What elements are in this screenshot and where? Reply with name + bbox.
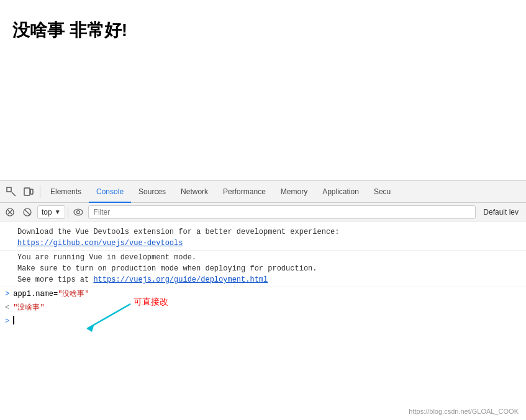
console-divider: [68, 207, 68, 218]
tab-application[interactable]: Application: [315, 181, 366, 203]
devtools-panel: Elements Console Sources Network Perform…: [0, 180, 526, 420]
tab-network[interactable]: Network: [173, 181, 215, 203]
console-output-text: "没啥事": [13, 302, 44, 313]
svg-rect-2: [24, 188, 30, 195]
devtools-link[interactable]: https://github.com/vuejs/vue-devtools: [17, 239, 183, 248]
tab-security[interactable]: Secu: [366, 181, 398, 203]
context-dropdown-icon: ▼: [55, 208, 61, 215]
devtools-toolbar: Elements Console Sources Network Perform…: [0, 181, 526, 203]
svg-rect-3: [30, 189, 33, 194]
output-arrow-icon: <: [5, 302, 9, 313]
console-output[interactable]: Download the Vue Devtools extension for …: [0, 221, 526, 420]
svg-line-1: [12, 192, 16, 196]
page-heading: 没啥事 非常好!: [12, 19, 514, 42]
console-message-devtools: Download the Vue Devtools extension for …: [0, 225, 526, 251]
tab-memory[interactable]: Memory: [273, 181, 315, 203]
devmode-link[interactable]: https://vuejs.org/guide/deployment.html: [93, 275, 268, 284]
main-page: 没啥事 非常好!: [0, 0, 526, 180]
cursor-blink: [13, 316, 14, 324]
console-message-devmode: You are running Vue in development mode.…: [0, 251, 526, 287]
console-toolbar: top ▼ Default lev: [0, 203, 526, 221]
tab-performance[interactable]: Performance: [215, 181, 273, 203]
toolbar-divider: [40, 185, 40, 198]
device-toolbar-icon[interactable]: [20, 183, 37, 200]
cursor-arrow-icon: >: [5, 316, 9, 327]
console-cursor-line[interactable]: >: [0, 315, 526, 328]
context-value: top: [42, 208, 52, 217]
input-property: app1.name=: [13, 290, 58, 298]
svg-point-10: [76, 210, 79, 213]
tab-console[interactable]: Console: [89, 181, 131, 203]
svg-line-8: [25, 210, 30, 215]
svg-point-9: [74, 209, 83, 215]
input-arrow-icon: >: [5, 288, 9, 300]
devtools-message-text: Download the Vue Devtools extension for …: [17, 228, 339, 236]
console-input-text: app1.name="没啥事": [13, 288, 89, 300]
svg-rect-0: [7, 187, 11, 192]
context-selector[interactable]: top ▼: [37, 205, 65, 219]
watermark-text: https://blog.csdn.net/GLOAL_COOK: [409, 408, 519, 415]
filter-input[interactable]: [88, 205, 476, 219]
tab-elements[interactable]: Elements: [43, 181, 89, 203]
tab-sources[interactable]: Sources: [131, 181, 173, 203]
default-level: Default lev: [478, 208, 524, 217]
inspect-element-icon[interactable]: [2, 183, 20, 200]
block-icon[interactable]: [20, 205, 35, 220]
console-input-line: > app1.name="没啥事": [0, 287, 526, 301]
watermark: https://blog.csdn.net/GLOAL_COOK: [409, 408, 519, 415]
console-output-line: < "没啥事": [0, 301, 526, 315]
eye-icon[interactable]: [71, 205, 86, 220]
clear-console-icon[interactable]: [2, 205, 17, 220]
input-value: "没啥事": [58, 290, 89, 298]
